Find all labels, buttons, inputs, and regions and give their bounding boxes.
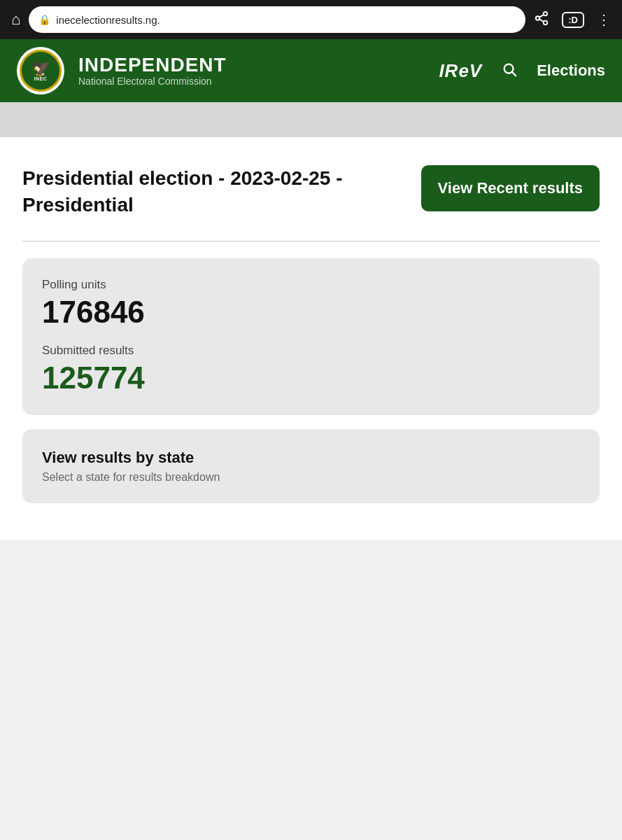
inec-header: 🦅 INEC INDEPENDENT National Electoral Co… — [0, 39, 622, 102]
search-icon — [502, 62, 517, 80]
polling-units-value: 176846 — [42, 295, 580, 330]
elections-link[interactable]: Elections — [537, 62, 605, 80]
lock-icon: 🔒 — [38, 14, 50, 25]
browser-actions: :D ⋮ — [534, 10, 611, 29]
section-divider — [22, 241, 600, 241]
url-text: inecelectionresults.ng. — [56, 14, 516, 26]
view-recent-results-button[interactable]: View Recent results — [421, 165, 600, 211]
svg-line-4 — [539, 14, 544, 17]
inec-text-group: INDEPENDENT National Electoral Commissio… — [78, 55, 425, 88]
inec-subtitle: National Electoral Commission — [78, 76, 425, 87]
state-results-subtitle: Select a state for results breakdown — [42, 471, 580, 484]
tab-icon[interactable]: :D — [562, 12, 584, 28]
share-icon[interactable] — [534, 10, 549, 29]
inec-title: INDEPENDENT — [78, 55, 425, 76]
gray-banner — [0, 102, 622, 137]
main-content: Presidential election - 2023-02-25 - Pre… — [0, 137, 622, 540]
inec-logo: 🦅 INEC — [17, 47, 64, 94]
state-results-title: View results by state — [42, 449, 580, 467]
svg-line-6 — [512, 72, 516, 76]
inec-logo-label: INEC — [34, 76, 48, 81]
menu-icon[interactable]: ⋮ — [597, 11, 611, 28]
svg-line-3 — [539, 19, 544, 22]
eagle-icon: 🦅 — [31, 61, 50, 76]
submitted-results-label: Submitted results — [42, 344, 580, 358]
election-title-section: Presidential election - 2023-02-25 - Pre… — [22, 165, 600, 218]
search-nav-item[interactable] — [502, 62, 517, 80]
stats-card: Polling units 176846 Submitted results 1… — [22, 258, 600, 415]
home-icon[interactable]: ⌂ — [11, 10, 20, 29]
address-bar[interactable]: 🔒 inecelectionresults.ng. — [29, 6, 525, 33]
election-title: Presidential election - 2023-02-25 - Pre… — [22, 165, 386, 218]
polling-units-label: Polling units — [42, 278, 580, 292]
browser-bar: ⌂ 🔒 inecelectionresults.ng. :D ⋮ — [0, 0, 622, 39]
submitted-results-value: 125774 — [42, 360, 580, 396]
inec-nav: IReV Elections — [439, 60, 605, 82]
irev-link[interactable]: IReV — [439, 60, 482, 82]
state-results-card[interactable]: View results by state Select a state for… — [22, 429, 600, 503]
